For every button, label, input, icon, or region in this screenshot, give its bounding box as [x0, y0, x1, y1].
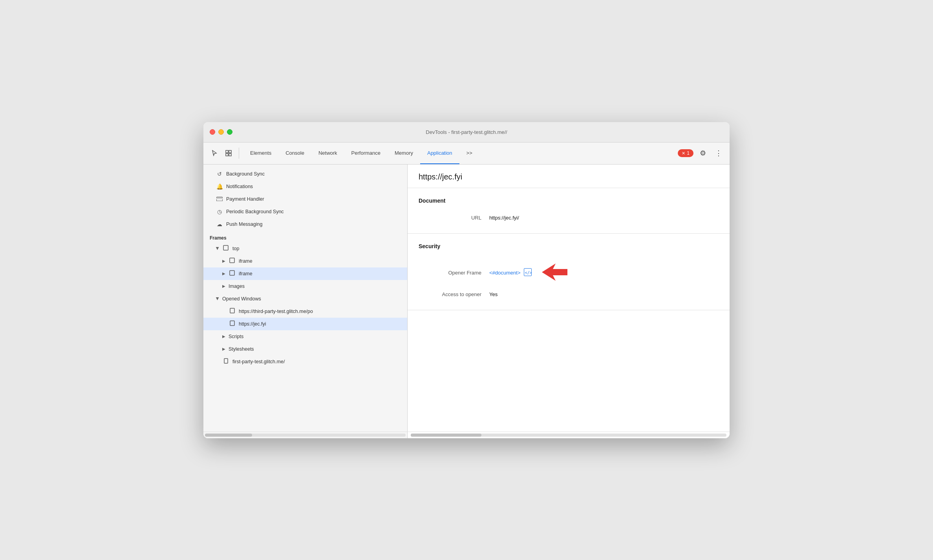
sidebar-item-iframe2[interactable]: ▶ iframe [203, 267, 407, 280]
settings-button[interactable]: ⚙ [697, 147, 709, 159]
svg-rect-8 [230, 271, 234, 275]
security-section: Security Opener Frame <#document> </> [408, 234, 730, 310]
access-to-opener-label: Access to opener [419, 291, 489, 297]
svg-rect-2 [226, 154, 228, 156]
main-scroll-thumb[interactable] [411, 434, 481, 437]
document-section: Document URL https://jec.fyi/ [408, 188, 730, 234]
cloud-icon: ☁ [216, 221, 223, 227]
chevron-right-icon-4: ▶ [222, 334, 225, 339]
payment-icon [216, 196, 223, 202]
chevron-right-icon-2: ▶ [222, 271, 225, 276]
panel-url: https://jec.fyi [408, 165, 730, 188]
sidebar-item-opened-url1[interactable]: https://third-party-test.glitch.me/po [203, 305, 407, 318]
opener-frame-row: Opener Frame <#document> </> [419, 257, 719, 288]
cursor-tool-button[interactable] [208, 147, 221, 159]
minimize-button[interactable] [218, 129, 224, 135]
page-icon [229, 308, 236, 315]
svg-rect-3 [229, 154, 231, 156]
toolbar-right: ✕ 1 ⚙ ⋮ [678, 147, 725, 159]
tab-memory[interactable]: Memory [388, 142, 420, 164]
frame-icon [222, 245, 229, 252]
clock-icon: ◷ [216, 209, 223, 215]
inspect-button[interactable] [222, 147, 235, 159]
sidebar-scroll-thumb[interactable] [205, 434, 252, 437]
tab-elements[interactable]: Elements [243, 142, 278, 164]
tab-application[interactable]: Application [420, 142, 459, 164]
refresh-icon: ↺ [216, 171, 223, 177]
opener-frame-label: Opener Frame [419, 270, 489, 276]
page-icon-2 [229, 320, 236, 327]
frames-section-label: Frames [203, 231, 407, 242]
main-panel: https://jec.fyi Document URL https://jec… [408, 165, 730, 432]
red-arrow-icon [538, 260, 569, 284]
sidebar-item-opened-url2[interactable]: https://jec.fyi [203, 318, 407, 330]
access-to-opener-row: Access to opener Yes [419, 288, 719, 300]
tab-performance[interactable]: Performance [344, 142, 388, 164]
svg-rect-6 [223, 245, 228, 250]
sidebar-item-payment-handler[interactable]: Payment Handler [203, 193, 407, 205]
chevron-right-icon: ▶ [222, 259, 225, 263]
file-icon [222, 358, 229, 365]
more-options-button[interactable]: ⋮ [712, 147, 725, 159]
svg-text:</>: </> [525, 270, 531, 275]
document-section-title: Document [419, 198, 719, 204]
opener-frame-link[interactable]: <#document> [489, 270, 521, 276]
sidebar-item-notifications[interactable]: 🔔 Notifications [203, 180, 407, 193]
error-badge[interactable]: ✕ 1 [678, 149, 693, 157]
cursor-icon [211, 150, 218, 156]
svg-marker-13 [542, 264, 567, 281]
access-to-opener-value: Yes [489, 291, 498, 297]
svg-rect-7 [230, 258, 234, 263]
toolbar: Elements Console Network Performance Mem… [203, 143, 730, 165]
code-inspect-icon[interactable]: </> [524, 268, 532, 277]
sidebar-item-stylesheets[interactable]: ▶ Stylesheets [203, 343, 407, 355]
svg-rect-5 [216, 198, 223, 199]
traffic-lights [210, 129, 232, 135]
toolbar-divider [239, 148, 239, 159]
security-section-title: Security [419, 243, 719, 249]
url-row: URL https://jec.fyi/ [419, 212, 719, 224]
frame-box-icon [229, 258, 236, 264]
sidebar-item-images[interactable]: ▶ Images [203, 280, 407, 293]
bottom-scroll-area [203, 432, 730, 438]
main-content: ↺ Background Sync 🔔 Notifications Paymen… [203, 165, 730, 432]
sidebar-item-iframe1[interactable]: ▶ iframe [203, 255, 407, 267]
bell-icon: 🔔 [216, 183, 223, 190]
sidebar-item-top[interactable]: ▶ top [203, 242, 407, 255]
sidebar: ↺ Background Sync 🔔 Notifications Paymen… [203, 165, 408, 432]
url-value: https://jec.fyi/ [489, 215, 519, 221]
chevron-right-icon-5: ▶ [222, 347, 225, 351]
close-button[interactable] [210, 129, 215, 135]
title-bar: DevTools - first-party-test.glitch.me// [203, 122, 730, 143]
sidebar-item-push-messaging[interactable]: ☁ Push Messaging [203, 218, 407, 231]
sidebar-scrollbar[interactable] [203, 432, 408, 438]
window-title: DevTools - first-party-test.glitch.me// [426, 129, 507, 135]
sidebar-item-background-sync[interactable]: ↺ Background Sync [203, 168, 407, 180]
svg-rect-1 [229, 150, 231, 153]
sidebar-item-first-party[interactable]: first-party-test.glitch.me/ [203, 355, 407, 368]
tab-more[interactable]: >> [459, 142, 479, 164]
sidebar-item-opened-windows[interactable]: ▶ Opened Windows [203, 293, 407, 305]
chevron-down-icon-2: ▶ [216, 297, 220, 300]
sidebar-item-scripts[interactable]: ▶ Scripts [203, 330, 407, 343]
url-label: URL [419, 215, 489, 221]
maximize-button[interactable] [227, 129, 232, 135]
chevron-right-icon-3: ▶ [222, 284, 225, 288]
tab-network[interactable]: Network [311, 142, 344, 164]
svg-rect-10 [230, 321, 234, 326]
frame-box-icon-2 [229, 270, 236, 277]
sidebar-item-periodic-sync[interactable]: ◷ Periodic Background Sync [203, 205, 407, 218]
svg-rect-11 [224, 359, 228, 363]
chevron-down-icon: ▶ [216, 247, 220, 250]
error-icon: ✕ [682, 151, 685, 156]
arrow-annotation [538, 260, 569, 285]
toolbar-tabs: Elements Console Network Performance Mem… [243, 142, 676, 164]
devtools-window: DevTools - first-party-test.glitch.me// … [203, 122, 730, 438]
tab-console[interactable]: Console [278, 142, 311, 164]
svg-rect-0 [226, 150, 228, 153]
main-panel-scrollbar[interactable] [408, 432, 730, 438]
inspect-icon [225, 150, 232, 157]
svg-rect-9 [230, 308, 234, 313]
